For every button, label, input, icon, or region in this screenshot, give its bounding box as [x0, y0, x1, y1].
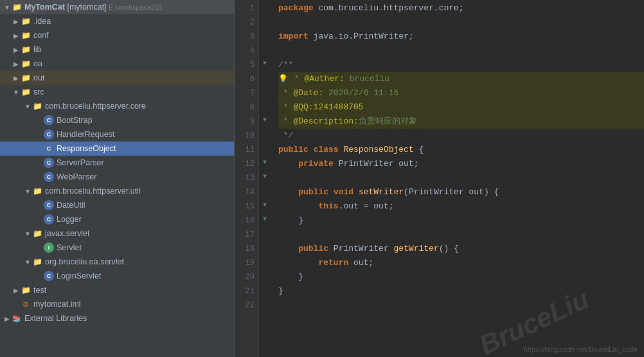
linenum-10: 10 — [235, 129, 255, 143]
linenum-14: 14 — [235, 185, 255, 199]
code-line-6: 💡 * @Auther: bruceliu — [278, 72, 644, 86]
handlerrequest-label: HandlerRequest — [57, 130, 234, 139]
core-arrow — [23, 103, 32, 110]
sidebar-item-logger[interactable]: Logger — [0, 212, 234, 226]
core-icon — [32, 101, 42, 111]
sidebar-item-core-pkg[interactable]: com.bruceliu.httpserver.core — [0, 99, 234, 113]
bootstrap-icon — [44, 115, 54, 125]
sidebar-item-test[interactable]: test — [0, 283, 234, 297]
webparser-icon — [44, 172, 54, 182]
linenum-6: 6 — [235, 72, 255, 86]
responseobject-icon — [44, 143, 54, 154]
linenum-7: 7 — [235, 86, 255, 100]
javax-icon — [32, 228, 42, 239]
dateutil-label: DateUtil — [57, 201, 234, 210]
fold-14-icon[interactable]: ▼ — [259, 156, 271, 170]
lib-label: lib — [33, 45, 234, 54]
editor-panel: 1 2 3 4 5 6 7 8 9 10 11 12 13 14 15 16 1… — [235, 0, 644, 357]
core-label: com.bruceliu.httpserver.core — [45, 102, 234, 111]
code-line-18: public PrintWriter getWriter() { — [278, 242, 644, 256]
src-label: src — [33, 87, 234, 96]
servlet-label: Servlet — [57, 243, 234, 252]
code-line-3: import java.io.PrintWriter; — [278, 30, 644, 44]
sidebar-item-iml[interactable]: mytomcat.iml — [0, 297, 234, 311]
sidebar-item-conf[interactable]: conf — [0, 28, 234, 42]
sidebar-item-oa[interactable]: oa — [0, 57, 234, 71]
conf-arrow — [12, 32, 21, 39]
out-icon — [21, 73, 31, 83]
sidebar-item-lib[interactable]: lib — [0, 42, 234, 57]
linenum-13: 13 — [235, 171, 255, 185]
logger-label: Logger — [57, 215, 234, 224]
code-line-11: public class ResponseObject { — [278, 143, 644, 157]
sidebar-item-servlet[interactable]: Servlet — [0, 241, 234, 255]
linenum-3: 3 — [235, 30, 255, 44]
code-area[interactable]: ▼ ▼ ▼ ▼ ▼ ▼ package com.bruceliu.httpser… — [259, 0, 644, 357]
sidebar-item-out[interactable]: out — [0, 71, 234, 85]
sidebar-item-serverparser[interactable]: ServerParser — [0, 156, 234, 170]
code-line-4 — [278, 44, 644, 58]
test-icon — [21, 285, 31, 295]
test-arrow — [12, 287, 21, 294]
src-icon — [21, 87, 31, 97]
linenum-16: 16 — [235, 214, 255, 228]
linenum-9: 9 — [235, 114, 255, 129]
servlet-icon — [44, 243, 54, 253]
code-line-17 — [278, 228, 644, 242]
code-line-5: /** — [278, 58, 644, 72]
linenum-5: 5 — [235, 58, 255, 72]
code-line-1: package com.bruceliu.httpserver.core; — [278, 1, 644, 15]
sidebar-item-util-pkg[interactable]: com.bruceliu.httpserver.util — [0, 184, 234, 198]
sidebar-item-webparser[interactable]: WebParser — [0, 170, 234, 184]
extlibs-arrow — [3, 315, 12, 322]
code-line-19: return out; — [278, 256, 644, 270]
fold-18-icon[interactable]: ▼ — [259, 198, 271, 212]
sidebar-item-extlibs[interactable]: External Libraries — [0, 311, 234, 325]
lib-arrow — [12, 46, 21, 53]
iml-label: mytomcat.iml — [33, 300, 234, 309]
sidebar-item-responseobject[interactable]: ResponseObject — [0, 142, 234, 156]
lib-icon — [21, 44, 31, 55]
sidebar-item-handlerrequest[interactable]: HandlerRequest — [0, 127, 234, 142]
fold-20-icon[interactable]: ▼ — [259, 212, 271, 226]
code-line-9: * @Description:负责响应的对象 — [278, 114, 644, 129]
serverparser-icon — [44, 158, 54, 168]
sidebar-item-bootstrap[interactable]: BootStrap — [0, 113, 234, 127]
code-line-15: this.out = out; — [278, 199, 644, 214]
code-line-12: private PrintWriter out; — [278, 157, 644, 171]
iml-icon — [21, 299, 31, 309]
linenum-19: 19 — [235, 256, 255, 270]
serverparser-label: ServerParser — [57, 158, 234, 167]
root-folder-icon — [12, 2, 22, 12]
code-line-22 — [278, 298, 644, 313]
bootstrap-label: BootStrap — [57, 116, 234, 125]
idea-arrow — [12, 18, 21, 25]
fold-16-icon[interactable]: ▼ — [259, 170, 271, 184]
responseobject-label: ResponseObject — [57, 144, 234, 153]
oa-pkg-icon — [32, 257, 42, 267]
code-line-14: public void setWriter(PrintWriter out) { — [278, 185, 644, 199]
sidebar-item-loginservlet[interactable]: LoginServlet — [0, 269, 234, 283]
oa-pkg-label: org.bruceliu.oa.servlet — [45, 257, 234, 266]
webparser-label: WebParser — [57, 172, 234, 181]
sidebar-item-javax-pkg[interactable]: javax.servlet — [0, 226, 234, 241]
code-line-10: */ — [278, 129, 644, 143]
util-label: com.bruceliu.httpserver.util — [45, 187, 234, 196]
tree-root[interactable]: MyTomCat [mytomcat] E:\workspace201 — [0, 0, 234, 14]
sidebar-item-dateutil[interactable]: DateUtil — [0, 198, 234, 212]
code-line-7: * @Date: 2020/2/6 11:16 — [278, 86, 644, 100]
oa-label: oa — [33, 59, 234, 68]
root-label: MyTomCat — [24, 3, 65, 12]
sidebar-item-oa-pkg[interactable]: org.bruceliu.oa.servlet — [0, 255, 234, 269]
code-line-8: * @QQ:1241488705 — [278, 100, 644, 114]
fold-10-icon[interactable]: ▼ — [259, 113, 271, 127]
sidebar-item-src[interactable]: src — [0, 85, 234, 99]
out-arrow — [12, 75, 21, 82]
file-tree[interactable]: MyTomCat [mytomcat] E:\workspace201 .ide… — [0, 0, 235, 357]
fold-5-icon[interactable]: ▼ — [259, 57, 271, 71]
extlibs-label: External Libraries — [24, 314, 234, 323]
util-arrow — [23, 188, 32, 195]
sidebar-item-idea[interactable]: .idea — [0, 14, 234, 28]
code-line-2 — [278, 15, 644, 30]
linenum-8: 8 — [235, 100, 255, 114]
